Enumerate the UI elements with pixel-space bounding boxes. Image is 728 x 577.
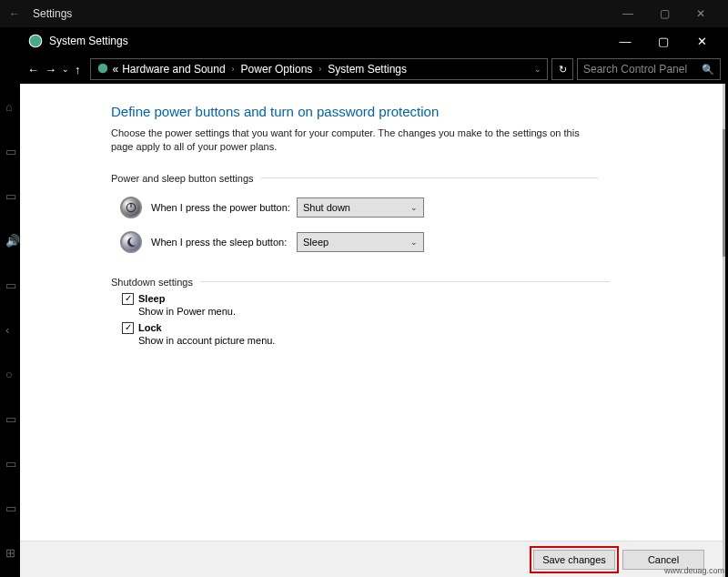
power-button-row: When I press the power button: Shut down… xyxy=(120,197,695,218)
section-label-text: Power and sleep button settings xyxy=(111,173,254,184)
power-button-dropdown[interactable]: Shut down ⌄ xyxy=(297,197,424,218)
footer-bar: Save changes Cancel xyxy=(20,541,723,577)
outer-titlebar: ← Settings — ▢ ✕ xyxy=(0,0,728,27)
sleep-icon xyxy=(120,231,142,253)
back-arrow-icon[interactable]: ← xyxy=(9,7,20,20)
content-pane: Define power buttons and turn on passwor… xyxy=(20,84,725,577)
sleep-button-row: When I press the sleep button: Sleep ⌄ xyxy=(120,231,695,253)
search-input[interactable]: Search Control Panel 🔍 xyxy=(577,58,721,80)
watermark: www.deuag.com xyxy=(664,566,724,575)
nav-forward-icon[interactable]: → xyxy=(45,63,56,76)
sidebar-glyph: ▭ xyxy=(5,278,20,292)
chevron-right-icon: › xyxy=(316,65,324,74)
lock-checkbox[interactable]: ✓ xyxy=(122,322,134,334)
sleep-button-dropdown[interactable]: Sleep ⌄ xyxy=(297,232,424,252)
sidebar-glyph: ▭ xyxy=(5,189,20,203)
outer-title: Settings xyxy=(33,7,610,20)
inner-titlebar: System Settings — ▢ ✕ xyxy=(20,27,728,55)
save-changes-button[interactable]: Save changes xyxy=(533,550,615,570)
svg-point-0 xyxy=(29,35,42,47)
sidebar-glyph: ⊞ xyxy=(5,546,20,560)
inner-title-text: System Settings xyxy=(49,35,606,47)
sidebar-glyph: ▭ xyxy=(5,412,20,426)
chevron-down-icon: ⌄ xyxy=(410,238,418,247)
scrollbar-thumb[interactable] xyxy=(723,129,725,257)
sidebar-glyph: ▭ xyxy=(5,145,20,158)
sleep-checkbox[interactable]: ✓ xyxy=(122,293,134,305)
nav-up-icon[interactable]: ↑ xyxy=(75,63,81,76)
search-placeholder: Search Control Panel xyxy=(583,63,702,76)
section-power-sleep: Power and sleep button settings xyxy=(111,173,695,184)
settings-sidebar-partial: ⌂ ▭ ▭ 🔊 ▭ ‹ ○ ▭ ▭ ▭ ⊞ xyxy=(5,100,20,560)
sidebar-glyph: ▭ xyxy=(5,501,20,515)
nav-bar: ← → ⌄ ↑ « Hardware and Sound › Power Opt… xyxy=(20,55,728,84)
chevron-right-icon: › xyxy=(229,65,238,74)
lock-checkbox-desc: Show in account picture menu. xyxy=(138,335,695,346)
breadcrumb[interactable]: System Settings xyxy=(328,63,407,76)
address-bar[interactable]: « Hardware and Sound › Power Options › S… xyxy=(90,58,549,80)
power-options-icon xyxy=(27,34,44,48)
svg-point-1 xyxy=(97,63,107,73)
sleep-button-label: When I press the sleep button: xyxy=(151,237,297,248)
sidebar-glyph: ‹ xyxy=(5,323,20,337)
checkbox-lock-row: ✓ Lock Show in account picture menu. xyxy=(122,322,695,346)
refresh-button[interactable]: ↻ xyxy=(551,58,573,80)
page-title: Define power buttons and turn on passwor… xyxy=(111,104,695,119)
power-icon xyxy=(120,197,142,218)
sidebar-glyph: 🔊 xyxy=(5,234,20,248)
sidebar-glyph: ⌂ xyxy=(5,100,20,114)
outer-max-button[interactable]: ▢ xyxy=(646,7,682,20)
outer-close-button[interactable]: ✕ xyxy=(682,7,719,20)
sidebar-glyph: ○ xyxy=(5,368,20,381)
nav-recent-icon[interactable]: ⌄ xyxy=(62,65,69,74)
dropdown-value: Shut down xyxy=(303,202,350,213)
sidebar-glyph: ▭ xyxy=(5,457,20,471)
address-icon xyxy=(96,62,109,77)
breadcrumb[interactable]: Hardware and Sound xyxy=(122,63,225,76)
power-button-label: When I press the power button: xyxy=(151,202,297,213)
section-shutdown: Shutdown settings xyxy=(111,277,695,288)
dropdown-value: Sleep xyxy=(303,237,329,248)
outer-min-button[interactable]: — xyxy=(610,7,646,20)
checkbox-sleep-row: ✓ Sleep Show in Power menu. xyxy=(122,293,695,317)
section-label-text: Shutdown settings xyxy=(111,277,193,288)
lock-checkbox-label: Lock xyxy=(138,322,162,333)
search-icon: 🔍 xyxy=(702,64,714,76)
control-panel-window: System Settings — ▢ ✕ ← → ⌄ ↑ « Hardware… xyxy=(20,27,728,577)
breadcrumb[interactable]: Power Options xyxy=(241,63,313,76)
chevron-down-icon: ⌄ xyxy=(410,203,418,212)
inner-close-button[interactable]: ✕ xyxy=(682,35,721,48)
nav-arrows: ← → ⌄ ↑ xyxy=(27,63,86,76)
nav-back-icon[interactable]: ← xyxy=(27,63,39,76)
sleep-checkbox-desc: Show in Power menu. xyxy=(138,306,695,317)
crumb-prefix: « xyxy=(113,63,119,76)
sleep-checkbox-label: Sleep xyxy=(138,293,165,304)
inner-min-button[interactable]: — xyxy=(606,35,644,48)
inner-max-button[interactable]: ▢ xyxy=(644,35,682,48)
address-dropdown-icon[interactable]: ⌄ xyxy=(534,65,541,74)
page-description: Choose the power settings that you want … xyxy=(111,127,602,155)
